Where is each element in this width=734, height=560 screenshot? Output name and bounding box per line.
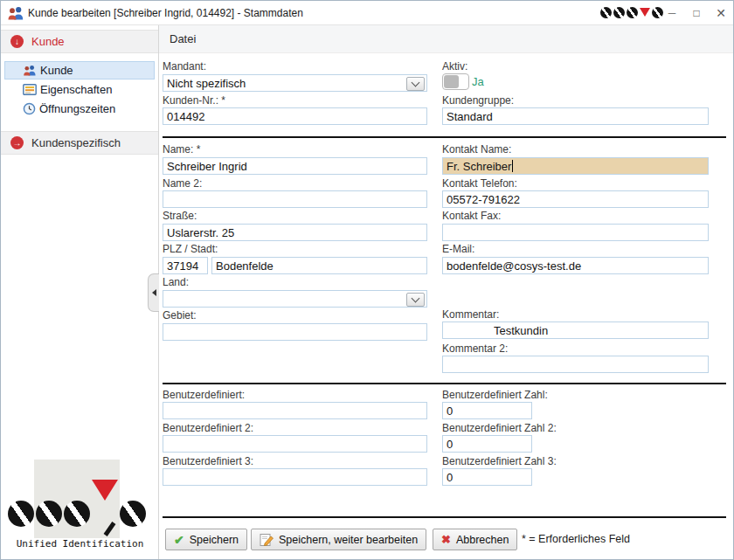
customer-form: Mandant: Nicht spezifisch Aktiv: Ja Kund… [159, 53, 734, 560]
kontakt-fax-input[interactable] [442, 224, 709, 241]
plz-input[interactable] [163, 257, 208, 274]
sidebar-group-kunde[interactable]: ↓ Kunde [1, 30, 158, 53]
plz-stadt-label: PLZ / Stadt: [163, 243, 218, 255]
collapse-down-icon: ↓ [10, 35, 24, 48]
sidebar-item-oeffnungszeiten[interactable]: Öffnungszeiten [4, 100, 155, 118]
sidebar-item-kunde[interactable]: Kunde [4, 61, 155, 80]
close-button[interactable]: ✕ [709, 1, 733, 24]
name-input[interactable] [163, 157, 427, 175]
aktiv-state-text: Ja [472, 75, 484, 88]
x-icon: ✖ [441, 533, 451, 546]
gebiet-input[interactable] [163, 323, 427, 341]
kontakt-name-input[interactable]: Fr. Schreiber [442, 157, 709, 175]
expand-right-icon: → [10, 136, 24, 149]
gebiet-label: Gebiet: [163, 309, 197, 321]
sidebar: ↓ Kunde Kunde [1, 25, 159, 559]
kontakt-fax-label: Kontakt Fax: [442, 210, 501, 222]
menu-datei[interactable]: Datei [159, 32, 206, 45]
strasse-input[interactable] [163, 224, 427, 241]
email-label: E-Mail: [442, 243, 474, 255]
app-window: Kunde bearbeiten [Schreiber Ingrid, 0144… [0, 0, 734, 560]
sidebar-item-label: Kunde [40, 64, 73, 77]
users-icon [23, 65, 37, 76]
mandant-selected-value: Nicht spezifisch [167, 77, 246, 90]
mandant-label: Mandant: [163, 60, 206, 73]
kunden-nr-input[interactable] [163, 107, 427, 125]
required-field-hint: * = Erforderliches Feld [522, 533, 630, 545]
sidebar-group-label: Kundenspezifisch [31, 136, 121, 149]
benutzerdefiniert-zahl3-label: Benutzerdefiniert Zahl 3: [442, 455, 557, 467]
mandant-select[interactable]: Nicht spezifisch [163, 74, 427, 92]
kommentar2-input[interactable] [442, 356, 709, 373]
land-label: Land: [163, 276, 189, 288]
land-select[interactable] [163, 290, 427, 308]
kommentar-label: Kommentar: [442, 308, 499, 321]
text-caret [512, 160, 513, 172]
edit-document-icon [260, 533, 274, 547]
cancel-button-label: Abbrechen [456, 534, 509, 546]
kontakt-telefon-label: Kontakt Telefon: [442, 177, 517, 190]
strasse-label: Straße: [163, 210, 197, 222]
benutzerdefiniert3-label: Benutzerdefiniert 3: [163, 455, 253, 467]
benutzerdefiniert2-input[interactable] [163, 435, 427, 453]
benutzerdefiniert2-label: Benutzerdefiniert 2: [163, 422, 253, 434]
name2-label: Name 2: [163, 177, 202, 190]
benutzerdefiniert-zahl-label: Benutzerdefiniert Zahl: [442, 389, 548, 401]
kontakt-name-value: Fr. Schreiber [447, 160, 511, 173]
sidebar-item-label: Eigenschaften [40, 83, 112, 96]
sidebar-group-kundenspezifisch[interactable]: → Kundenspezifisch [1, 131, 158, 155]
sidebar-collapse-handle[interactable] [148, 273, 159, 312]
email-input[interactable] [442, 257, 709, 274]
aktiv-label: Aktiv: [442, 60, 467, 73]
sidebar-group-label: Kunde [31, 35, 65, 48]
cosys-logo-large [8, 501, 146, 534]
collapse-left-icon [152, 289, 156, 296]
window-title: Kunde bearbeiten [Schreiber Ingrid, 0144… [28, 7, 303, 19]
sidebar-item-eigenschaften[interactable]: Eigenschaften [4, 80, 155, 99]
stadt-input[interactable] [211, 257, 427, 274]
benutzerdefiniert-label: Benutzerdefiniert: [163, 389, 245, 401]
cancel-button[interactable]: ✖ Abbrechen [433, 529, 517, 550]
cosys-logo-small [600, 7, 663, 18]
kundengruppe-label: Kundengruppe: [442, 94, 514, 107]
check-icon: ✔ [174, 533, 184, 547]
clock-icon [23, 102, 36, 115]
save-button-label: Speichern [190, 534, 239, 546]
save-continue-button[interactable]: Speichern, weiter bearbeiten [251, 529, 426, 550]
sidebar-item-label: Öffnungszeiten [39, 102, 115, 115]
kommentar-input[interactable] [442, 321, 709, 339]
kundengruppe-input[interactable] [442, 107, 709, 125]
menubar: Datei [159, 25, 733, 53]
benutzerdefiniert-input[interactable] [163, 402, 427, 419]
properties-icon [23, 84, 37, 95]
section-separator [163, 516, 726, 518]
logo-y-triangle [92, 501, 118, 534]
kommentar2-label: Kommentar 2: [442, 342, 508, 355]
kontakt-telefon-input[interactable] [442, 190, 709, 208]
logo-tagline: Unified Identification [1, 538, 159, 550]
customer-users-icon [7, 6, 24, 24]
benutzerdefiniert3-input[interactable] [163, 468, 427, 486]
benutzerdefiniert-zahl-input[interactable] [442, 402, 532, 419]
titlebar: Kunde bearbeiten [Schreiber Ingrid, 0144… [1, 1, 733, 25]
name2-input[interactable] [163, 190, 427, 208]
kontakt-name-label: Kontakt Name: [442, 143, 511, 156]
chevron-down-icon[interactable] [406, 77, 425, 91]
minimize-button[interactable]: ─ [660, 1, 684, 24]
chevron-down-icon[interactable] [406, 293, 425, 307]
benutzerdefiniert-zahl2-label: Benutzerdefiniert Zahl 2: [442, 422, 557, 434]
maximize-button[interactable]: □ [684, 1, 709, 24]
toggle-knob [444, 75, 459, 88]
aktiv-toggle[interactable] [442, 73, 469, 90]
kunden-nr-label: Kunden-Nr.: * [163, 94, 225, 107]
benutzerdefiniert-zahl2-input[interactable] [442, 435, 532, 453]
name-label: Name: * [163, 143, 200, 156]
section-separator [163, 136, 726, 138]
benutzerdefiniert-zahl3-input[interactable] [442, 468, 532, 486]
save-button[interactable]: ✔ Speichern [165, 529, 247, 550]
section-separator [163, 383, 726, 384]
save-continue-button-label: Speichern, weiter bearbeiten [279, 534, 418, 546]
